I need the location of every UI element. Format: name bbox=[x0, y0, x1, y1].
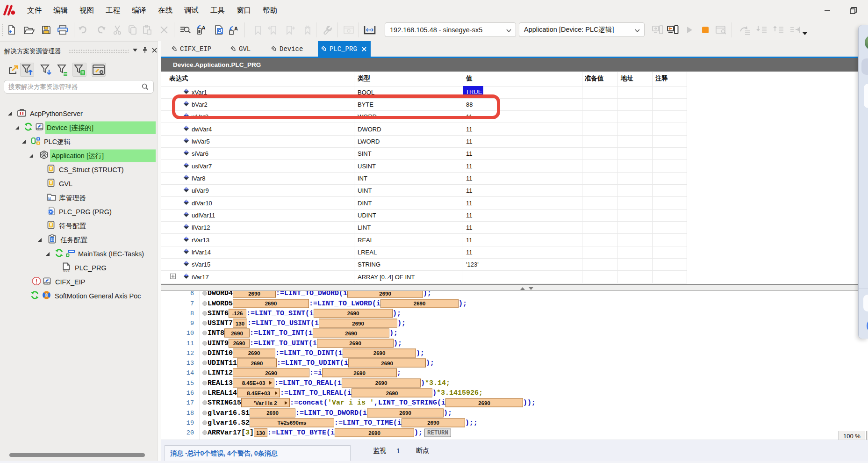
gateway-button[interactable] bbox=[363, 24, 377, 36]
sync-explorer-button[interactable] bbox=[7, 63, 21, 77]
breakpoint-dot-icon[interactable] bbox=[202, 400, 207, 405]
breakpoint-dot-icon[interactable] bbox=[202, 381, 207, 385]
breakpoint-dot-icon[interactable] bbox=[202, 321, 207, 326]
watch-row-usiVar7[interactable]: usiVar7USINT11 bbox=[161, 159, 687, 172]
menu-item-tools[interactable]: 工具 bbox=[210, 6, 225, 15]
filter-lines-button[interactable] bbox=[56, 63, 70, 77]
monitor-value-box[interactable]: 8.45E+03 bbox=[233, 378, 274, 387]
code-line-9[interactable]: 9USINT7130:=LINT_TO_USINT(i2690); bbox=[161, 318, 868, 328]
watch-column-header-comment[interactable]: 注释 bbox=[655, 72, 668, 86]
menu-item-build[interactable]: 编译 bbox=[132, 6, 146, 15]
statusbar-watch[interactable]: 监视1 bbox=[373, 443, 400, 458]
monitor-value-box[interactable]: 2690 bbox=[237, 359, 277, 368]
tree-expander-icon[interactable] bbox=[37, 236, 42, 244]
breakpoint-dot-icon[interactable] bbox=[202, 391, 207, 395]
monitor-value-box[interactable]: 2690 bbox=[322, 369, 397, 377]
watch-column-header-expression[interactable]: 表达式 bbox=[169, 72, 188, 86]
minimize-button[interactable] bbox=[819, 4, 835, 17]
save-button[interactable] bbox=[40, 24, 52, 36]
breakpoint-dot-icon[interactable] bbox=[202, 301, 207, 306]
monitor-value-box[interactable]: 2690 bbox=[314, 309, 393, 318]
code-line-10[interactable]: 10INT82690:=LINT_TO_INT(i2690); bbox=[161, 328, 868, 338]
code-line-11[interactable]: 11UINT92690:=LINT_TO_UINT(i2690); bbox=[161, 338, 868, 348]
tab-gvl[interactable]: GVL bbox=[223, 41, 257, 57]
monitor-value-box[interactable]: 130 bbox=[254, 428, 267, 437]
tree-item-project-acppythonserver[interactable]: AcpPythonServer bbox=[0, 107, 158, 121]
quick-replace-button[interactable]: A bbox=[195, 24, 207, 36]
monitor-value-box[interactable]: 8.45E+03 bbox=[237, 389, 280, 398]
device-combo[interactable]: 192.168.105.48 - sinsegye-sx5 bbox=[385, 22, 516, 37]
monitor-value-box[interactable]: 2690 bbox=[250, 408, 295, 417]
code-line-15[interactable]: 15REAL138.45E+03:=LINT_TO_REAL(i2690)*3.… bbox=[161, 378, 868, 388]
monitor-value-box[interactable]: 2690 bbox=[233, 369, 309, 377]
code-line-13[interactable]: 13UDINT112690:=LINT_TO_UDINT(i2690); bbox=[161, 358, 868, 368]
floating-chat-window[interactable] bbox=[858, 25, 868, 339]
monitor-value-box[interactable]: 2690 bbox=[229, 339, 250, 347]
overflow-button[interactable] bbox=[801, 28, 809, 40]
watch-row-liVar12[interactable]: liVar12LINT11 bbox=[161, 221, 687, 233]
monitor-value-box[interactable]: 2690 bbox=[343, 348, 416, 357]
menu-item-help[interactable]: 帮助 bbox=[263, 6, 277, 15]
monitor-expand-arrow-icon[interactable] bbox=[285, 401, 287, 405]
code-line-8[interactable]: 8SINT6-126:=LINT_TO_SINT(i2690); bbox=[161, 308, 868, 318]
watch-row-rVar13[interactable]: rVar13REAL11 bbox=[161, 233, 687, 246]
editor-splitter[interactable] bbox=[161, 284, 868, 291]
tree-expander-icon[interactable] bbox=[29, 152, 34, 160]
application-combo[interactable]: Application [Device: PLC逻辑] bbox=[519, 22, 645, 37]
tree-item-device[interactable]: Device [连接的] bbox=[0, 121, 158, 135]
menu-item-edit[interactable]: 编辑 bbox=[53, 6, 68, 15]
stop-button[interactable] bbox=[699, 24, 711, 36]
watch-column-header-type[interactable]: 类型 bbox=[358, 72, 370, 86]
monitor-value-box[interactable]: T#2s690ms bbox=[250, 418, 334, 427]
monitor-value-box[interactable]: 2690 bbox=[342, 378, 421, 387]
breakpoint-dot-icon[interactable] bbox=[202, 370, 207, 375]
explorer-horizontal-scrollbar[interactable] bbox=[9, 453, 145, 457]
watch-row-dwVar4[interactable]: dwVar4DWORD11 bbox=[161, 123, 687, 135]
restore-button[interactable] bbox=[845, 4, 861, 17]
tree-item-symbol-config[interactable]: 符号配置 bbox=[0, 219, 158, 233]
breakpoint-dot-icon[interactable] bbox=[202, 361, 207, 365]
menu-item-debug[interactable]: 调试 bbox=[184, 6, 199, 15]
toolbar-grip[interactable] bbox=[1, 23, 3, 36]
monitor-value-box[interactable]: 2690 bbox=[233, 299, 309, 308]
code-line-20[interactable]: 20ARRVar17[3]130:=LINT_TO_BYTE(i2690);RE… bbox=[161, 427, 868, 437]
statusbar-messages[interactable]: 消息 -总计0个错误, 4个警告, 0条消息 bbox=[165, 445, 351, 462]
panel-splitter[interactable] bbox=[158, 41, 161, 461]
breakpoint-dot-icon[interactable] bbox=[202, 311, 207, 316]
tab-close-icon[interactable] bbox=[361, 46, 367, 52]
tab-cifx_eip[interactable]: CIFX_EIP bbox=[165, 41, 218, 57]
explorer-search-input[interactable]: 搜索解决方案资源管理器 bbox=[4, 80, 154, 94]
monitor-value-box[interactable]: 2690 bbox=[367, 408, 444, 417]
monitor-value-box[interactable]: 130 bbox=[233, 319, 247, 328]
filter-down-button[interactable] bbox=[39, 63, 53, 77]
tree-expander-icon[interactable] bbox=[22, 137, 26, 146]
watch-row-lwVar5[interactable]: lwVar5LWORD11 bbox=[161, 135, 687, 147]
watch-column-header-prepared-value[interactable]: 准备值 bbox=[585, 72, 604, 86]
explorer-drag-grip[interactable] bbox=[69, 49, 129, 53]
watch-row-sVar15[interactable]: sVar15STRING'123' bbox=[161, 258, 687, 270]
watch-row-lrVar14[interactable]: lrVar14LREAL11 bbox=[161, 246, 687, 258]
tree-expander-icon[interactable] bbox=[45, 250, 50, 258]
menu-item-file[interactable]: 文件 bbox=[27, 6, 42, 15]
monitor-expand-arrow-icon[interactable] bbox=[275, 391, 278, 395]
code-line-6[interactable]: 6DWORD42690:=LINT_TO_DWORD(i2690); bbox=[161, 291, 868, 298]
monitor-value-box[interactable]: 2690 bbox=[335, 428, 414, 437]
monitor-value-box[interactable]: 2690 bbox=[224, 329, 250, 338]
tree-item-gvl[interactable]: GVL bbox=[0, 177, 158, 191]
new-file-button[interactable] bbox=[5, 24, 17, 36]
expand-plus-icon[interactable] bbox=[170, 273, 176, 280]
window-gear-button[interactable] bbox=[92, 63, 106, 77]
monitor-value-box[interactable]: 2690 bbox=[445, 398, 523, 407]
code-line-16[interactable]: 16LREAL148.45E+03:=LINT_TO_LREAL(i2690)*… bbox=[161, 388, 868, 398]
tree-item-plc-prg-task-call[interactable]: NO1PLC_PRG bbox=[0, 261, 158, 275]
menu-item-online[interactable]: 在线 bbox=[158, 6, 172, 15]
monitor-expand-arrow-icon[interactable] bbox=[269, 381, 272, 385]
watch-row-diVar10[interactable]: diVar10DINT11 bbox=[161, 196, 687, 209]
tree-item-cs-struct[interactable]: CS_Struct (STRUCT) bbox=[0, 163, 158, 177]
filter-up-button[interactable] bbox=[20, 63, 34, 77]
tree-item-maintask[interactable]: MainTask (IEC-Tasks) bbox=[0, 247, 158, 261]
monitor-value-box[interactable]: 2690 bbox=[313, 329, 389, 338]
explorer-menu-icon[interactable] bbox=[131, 46, 139, 54]
tree-item-library-manager[interactable]: 库管理器 bbox=[0, 191, 158, 205]
replace-in-files-button[interactable]: A bbox=[228, 24, 240, 36]
